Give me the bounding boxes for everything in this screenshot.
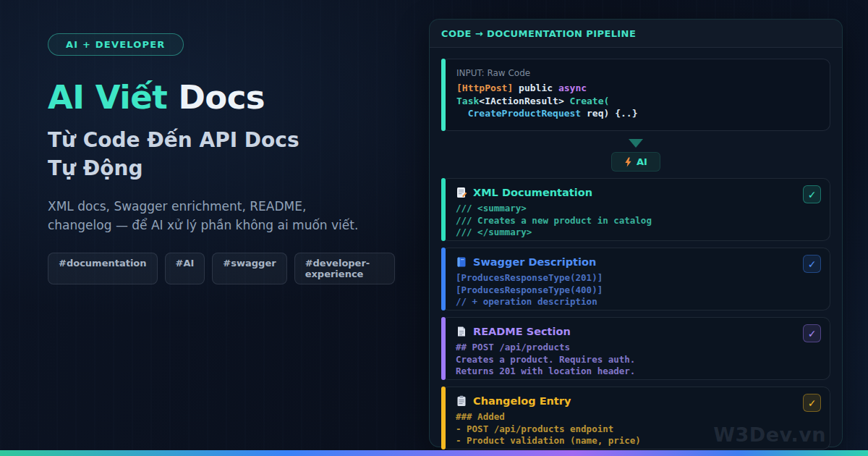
card-accent-bar — [441, 317, 446, 380]
code-line: Creates a product. Requires auth. — [456, 354, 821, 366]
memo-icon — [456, 187, 467, 198]
blue-book-icon — [456, 256, 467, 268]
description-text: XML docs, Swagger enrichment, README, ch… — [48, 197, 366, 235]
bottom-gradient-bar — [0, 450, 868, 456]
pipeline-panel-body: INPUT: Raw Code [HttpPost] public asyncT… — [430, 48, 842, 449]
pipeline-card: ✓Swagger Description[ProducesResponseTyp… — [441, 248, 830, 311]
code-line: [HttpPost] public async — [456, 82, 820, 95]
code-line: /// Creates a new product in catalog — [456, 215, 821, 227]
code-line: // + operation description — [456, 296, 821, 308]
social-card: AI + DEVELOPER AI Viết Docs Từ Code Đến … — [0, 0, 868, 456]
card-title: Changelog Entry — [473, 395, 571, 407]
code-line: Task<IActionResult> Create( — [456, 95, 820, 108]
input-code-card: INPUT: Raw Code [HttpPost] public asyncT… — [441, 59, 830, 131]
ai-badge: AI — [611, 152, 660, 172]
code-line: [ProducesResponseType(400)] — [456, 284, 821, 297]
code-line: ### Added — [456, 411, 821, 423]
pipeline-card-list: ✓XML Documentation/// <summary>/// Creat… — [441, 178, 830, 449]
card-accent-bar — [441, 248, 446, 311]
page-subtitle: Từ Code Đến API DocsTự Động — [48, 126, 395, 182]
card-accent-bar — [441, 178, 446, 241]
card-header: Changelog Entry — [456, 394, 821, 408]
code-line: /// <summary> — [456, 203, 821, 215]
category-badge: AI + DEVELOPER — [48, 33, 184, 56]
pipeline-panel: CODE → DOCUMENTATION PIPELINE INPUT: Raw… — [429, 19, 843, 447]
card-title: README Section — [473, 326, 571, 337]
watermark: W3Dev.vn — [713, 423, 826, 446]
check-badge: ✓ — [803, 255, 821, 273]
card-title: XML Documentation — [473, 187, 592, 198]
hero-section: AI + DEVELOPER AI Viết Docs Từ Code Đến … — [48, 33, 395, 284]
arrow-down-icon — [629, 139, 643, 148]
subtitle-line2: Tự Động — [48, 156, 142, 180]
card-code-block: /// <summary>/// Creates a new product i… — [456, 203, 821, 239]
hashtag-chip[interactable]: #developer-experience — [294, 253, 395, 284]
input-accent-bar — [441, 59, 446, 131]
lightning-bolt-icon — [624, 157, 632, 167]
card-header: Swagger Description — [456, 255, 821, 269]
pipeline-card: ✓XML Documentation/// <summary>/// Creat… — [441, 178, 830, 241]
pipeline-panel-title: CODE → DOCUMENTATION PIPELINE — [430, 20, 842, 48]
clipboard-icon — [456, 395, 467, 407]
title-accent: AI Viết — [48, 78, 167, 117]
card-header: README Section — [456, 324, 821, 339]
hashtag-chip[interactable]: #documentation — [48, 253, 158, 284]
code-line: CreateProductRequest req) {..} — [456, 107, 820, 120]
check-badge: ✓ — [803, 185, 821, 203]
ai-badge-label: AI — [637, 156, 647, 167]
input-label: INPUT: Raw Code — [456, 68, 820, 78]
page-title: AI Viết Docs — [48, 80, 395, 116]
subtitle-line1: Từ Code Đến API Docs — [48, 128, 299, 152]
card-code-block: ## POST /api/productsCreates a product. … — [456, 342, 821, 378]
card-code-block: [ProducesResponseType(201)][ProducesResp… — [456, 272, 821, 308]
hashtag-chip[interactable]: #swagger — [212, 253, 286, 284]
pipeline-card: ✓README Section## POST /api/productsCrea… — [441, 317, 830, 380]
code-line: ## POST /api/products — [456, 342, 821, 354]
card-header: XML Documentation — [456, 185, 821, 200]
code-line: /// </summary> — [456, 227, 821, 239]
card-title: Swagger Description — [473, 256, 596, 268]
check-badge: ✓ — [803, 394, 821, 412]
title-rest: Docs — [167, 78, 265, 117]
check-badge: ✓ — [803, 324, 821, 342]
code-line: Returns 201 with location header. — [456, 366, 821, 378]
hashtag-list: #documentation#AI#swagger#developer-expe… — [48, 253, 395, 284]
input-code-block: [HttpPost] public asyncTask<IActionResul… — [456, 82, 820, 120]
code-line: [ProducesResponseType(201)] — [456, 272, 821, 284]
hashtag-chip[interactable]: #AI — [165, 253, 205, 284]
card-accent-bar — [441, 387, 446, 449]
page-icon — [456, 326, 467, 337]
